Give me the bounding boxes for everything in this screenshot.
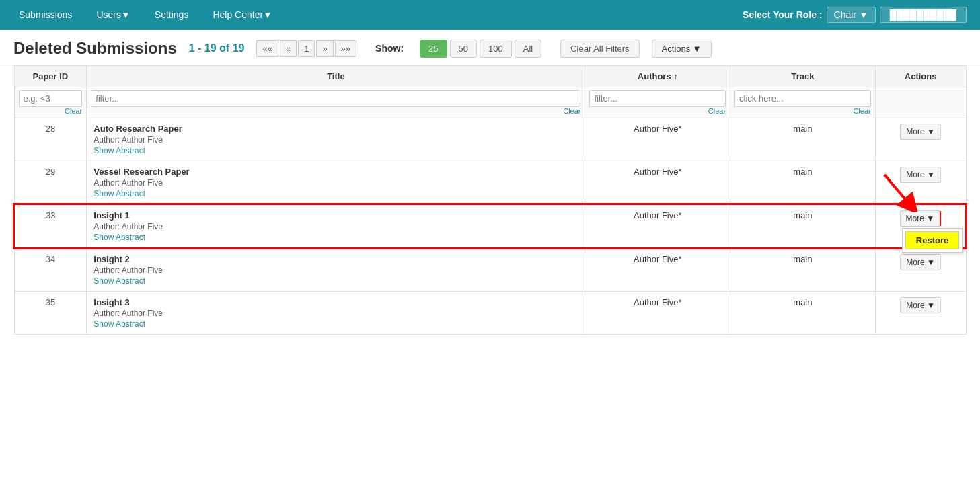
authors-33: Author Five* [585, 204, 730, 248]
title-cell-28: Auto Research Paper Author: Author Five … [87, 118, 585, 161]
more-btn-33[interactable]: More ▼ [900, 210, 942, 227]
track-34: main [730, 248, 876, 292]
filter-title-clear[interactable]: Clear [91, 107, 580, 115]
col-title: Title [87, 66, 585, 87]
nav-users[interactable]: Users▼ [91, 7, 135, 23]
table-row: 28 Auto Research Paper Author: Author Fi… [14, 118, 966, 161]
pagination-info: 1 - 19 of 19 [189, 42, 245, 54]
nav-help-center[interactable]: Help Center▼ [207, 7, 278, 23]
page-title: Deleted Submissions [13, 39, 177, 58]
col-actions: Actions [875, 66, 966, 87]
filter-paper-id-clear[interactable]: Clear [19, 107, 83, 115]
paper-author-33: Author: Author Five [93, 222, 578, 231]
authors-29: Author Five* [585, 161, 730, 205]
filter-authors[interactable] [589, 90, 726, 107]
user-button[interactable]: ██████████ [880, 7, 967, 23]
track-29: main [730, 161, 876, 205]
paper-id-28: 28 [14, 118, 87, 161]
col-paper-id: Paper ID [14, 66, 87, 87]
paper-id-35: 35 [14, 292, 87, 335]
actions-29: More ▼ [875, 161, 966, 205]
actions-33: More ▼ Restore [875, 204, 966, 248]
title-cell-33: Insight 1 Author: Author Five Show Abstr… [87, 204, 585, 248]
restore-btn[interactable]: Restore [905, 231, 959, 249]
actions-34: More ▼ [875, 248, 966, 292]
table-row: 34 Insight 2 Author: Author Five Show Ab… [14, 248, 966, 292]
pagination-controls: «« « 1 » »» [256, 40, 356, 57]
more-btn-29[interactable]: More ▼ [900, 167, 941, 183]
col-authors[interactable]: Authors ↑ [585, 66, 730, 87]
clear-all-filters-btn[interactable]: Clear All Filters [560, 40, 639, 58]
show-100-btn[interactable]: 100 [480, 40, 512, 58]
more-btn-28[interactable]: More ▼ [900, 124, 941, 140]
filter-title[interactable] [91, 90, 580, 107]
track-33: main [730, 204, 876, 248]
page-header: Deleted Submissions 1 - 19 of 19 «« « 1 … [0, 30, 980, 65]
show-abstract-35[interactable]: Show Abstract [93, 319, 145, 329]
table-row: 29 Vessel Research Paper Author: Author … [14, 161, 966, 205]
authors-35: Author Five* [585, 292, 730, 335]
show-25-btn[interactable]: 25 [420, 40, 447, 58]
show-50-btn[interactable]: 50 [450, 40, 477, 58]
show-abstract-29[interactable]: Show Abstract [93, 189, 145, 198]
paper-id-34: 34 [14, 248, 87, 292]
filter-paper-id[interactable] [19, 90, 83, 107]
more-btn-35[interactable]: More ▼ [900, 297, 941, 313]
paper-title-35: Insight 3 [93, 297, 578, 307]
role-section: Select Your Role : Chair ▼ ██████████ [743, 7, 967, 23]
paper-id-33: 33 [14, 204, 87, 248]
select-role-label: Select Your Role : [743, 9, 823, 20]
paper-title-29: Vessel Research Paper [93, 167, 578, 177]
next-page-btn[interactable]: » [316, 40, 333, 57]
table-row-highlighted: 33 Insight 1 Author: Author Five Show Ab… [14, 204, 966, 248]
top-nav: Submissions Users▼ Settings Help Center▼… [0, 0, 980, 30]
role-button[interactable]: Chair ▼ [827, 7, 876, 23]
actions-28: More ▼ [875, 118, 966, 161]
title-cell-34: Insight 2 Author: Author Five Show Abstr… [87, 248, 585, 292]
show-buttons: 25 50 100 All [420, 40, 541, 58]
track-35: main [730, 292, 876, 335]
paper-title-33: Insight 1 [93, 210, 578, 221]
authors-34: Author Five* [585, 248, 730, 292]
authors-28: Author Five* [585, 118, 730, 161]
restore-dropdown: Restore [902, 228, 963, 253]
title-cell-35: Insight 3 Author: Author Five Show Abstr… [87, 292, 585, 335]
title-cell-29: Vessel Research Paper Author: Author Fiv… [87, 161, 585, 205]
prev-page-btn[interactable]: « [280, 40, 297, 57]
table-row: 35 Insight 3 Author: Author Five Show Ab… [14, 292, 966, 335]
show-abstract-34[interactable]: Show Abstract [93, 276, 145, 286]
nav-submissions[interactable]: Submissions [13, 7, 77, 23]
table-container: Paper ID Title Authors ↑ Track Actions C… [0, 65, 980, 335]
paper-author-28: Author: Author Five [93, 135, 578, 145]
actions-dropdown-btn[interactable]: Actions ▼ [652, 40, 712, 58]
paper-id-29: 29 [14, 161, 87, 205]
col-track: Track [730, 66, 876, 87]
filter-track-clear[interactable]: Clear [734, 107, 871, 115]
nav-settings[interactable]: Settings [149, 7, 194, 23]
last-page-btn[interactable]: »» [335, 40, 356, 57]
show-all-btn[interactable]: All [515, 40, 541, 58]
first-page-btn[interactable]: «« [256, 40, 278, 57]
filter-track[interactable] [734, 90, 871, 107]
paper-author-29: Author: Author Five [93, 178, 578, 188]
show-abstract-28[interactable]: Show Abstract [93, 146, 145, 155]
show-abstract-33[interactable]: Show Abstract [93, 233, 145, 242]
paper-title-34: Insight 2 [93, 254, 578, 264]
submissions-table: Paper ID Title Authors ↑ Track Actions C… [13, 65, 967, 335]
paper-author-34: Author: Author Five [93, 266, 578, 275]
paper-title-28: Auto Research Paper [93, 124, 578, 134]
current-page-btn[interactable]: 1 [298, 40, 315, 57]
more-btn-34[interactable]: More ▼ [900, 254, 941, 270]
filter-authors-clear[interactable]: Clear [589, 107, 726, 115]
paper-author-35: Author: Author Five [93, 309, 578, 318]
track-28: main [730, 118, 876, 161]
filter-row: Clear Clear Clear Clear [14, 87, 966, 118]
show-label: Show: [375, 43, 404, 54]
actions-35: More ▼ [875, 292, 966, 335]
